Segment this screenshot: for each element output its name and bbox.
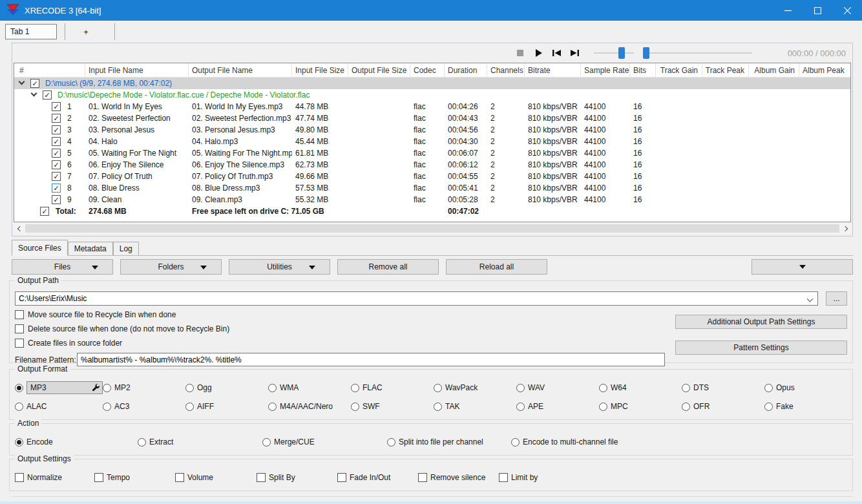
scroll-right-icon[interactable] (840, 223, 851, 234)
previous-track-icon[interactable] (550, 48, 563, 58)
stop-icon[interactable] (514, 48, 527, 58)
table-row[interactable]: 5 05. Waiting For The Night 05. Waiting … (14, 147, 850, 159)
checkbox[interactable] (499, 473, 508, 482)
setting-checkbox-option[interactable]: Split By (257, 471, 337, 484)
checkbox[interactable] (15, 310, 24, 319)
radio-icon[interactable] (599, 403, 607, 411)
radio-icon[interactable] (268, 384, 277, 392)
radio-icon[interactable] (15, 403, 23, 411)
checkbox[interactable] (94, 473, 103, 482)
seek-slider-track[interactable] (643, 52, 752, 54)
additional-output-path-settings-button[interactable]: Additional Output Path Settings (675, 315, 847, 329)
radio-icon[interactable] (351, 384, 359, 392)
radio-icon[interactable] (15, 384, 23, 392)
collapse-chevron-icon[interactable] (31, 90, 37, 97)
radio-icon[interactable] (138, 438, 146, 446)
table-row[interactable]: 3 03. Personal Jesus 03. Personal Jesus.… (14, 124, 850, 136)
row-checkbox[interactable] (52, 149, 61, 158)
table-row[interactable]: 7 07. Policy Of Truth 07. Policy Of Trut… (14, 171, 850, 182)
files-dropdown-button[interactable]: Files (12, 259, 113, 275)
table-row[interactable]: 2 02. Sweetest Perfection 02. Sweetest P… (14, 112, 850, 124)
format-radio-option[interactable]: MP2 (103, 381, 185, 394)
row-checkbox[interactable] (52, 160, 61, 169)
format-radio-option[interactable]: W64 (599, 381, 682, 394)
radio-icon[interactable] (764, 384, 773, 392)
more-options-dropdown-button[interactable] (752, 259, 853, 275)
add-tab-button[interactable]: + (73, 27, 99, 37)
utilities-dropdown-button[interactable]: Utilities (229, 259, 330, 275)
table-row[interactable]: 8 08. Blue Dress 08. Blue Dress.mp3 57.5… (14, 182, 850, 194)
play-icon[interactable] (532, 48, 545, 58)
radio-icon[interactable] (103, 384, 111, 392)
row-checkbox[interactable] (52, 172, 61, 181)
format-radio-option[interactable]: MP3 (15, 381, 103, 394)
radio-icon[interactable] (682, 384, 690, 392)
radio-icon[interactable] (185, 403, 194, 411)
action-radio-option[interactable]: Split into file per channel (387, 436, 511, 448)
radio-icon[interactable] (185, 384, 194, 392)
table-row[interactable]: 1 01. World In My Eyes 01. World In My E… (14, 101, 850, 112)
format-radio-option[interactable]: ALAC (15, 400, 103, 413)
checkbox[interactable] (175, 473, 184, 482)
row-checkbox[interactable] (52, 102, 61, 111)
action-radio-option[interactable]: Extract (138, 436, 262, 448)
filename-pattern-input[interactable] (77, 353, 665, 366)
col-album-peak[interactable]: Album Peak (799, 63, 851, 77)
wrench-icon[interactable] (92, 384, 100, 392)
format-radio-option[interactable]: Fake (764, 400, 847, 413)
radio-icon[interactable] (434, 403, 442, 411)
action-radio-option[interactable]: Merge/CUE (262, 436, 387, 448)
row-checkbox[interactable] (52, 114, 61, 123)
checkbox[interactable] (15, 324, 24, 333)
collapse-chevron-icon[interactable] (19, 79, 25, 85)
col-track-gain[interactable]: Track Gain (656, 63, 702, 77)
volume-slider-track[interactable] (594, 52, 634, 54)
radio-icon[interactable] (682, 403, 690, 411)
radio-icon[interactable] (387, 438, 395, 446)
group-row-folder[interactable]: D:\music\ (9/9, 274.68 MB, 00:47:02) (14, 78, 850, 89)
col-album-gain[interactable]: Album Gain (749, 63, 799, 77)
scroll-left-icon[interactable] (14, 223, 25, 234)
tab-log[interactable]: Log (113, 242, 139, 255)
maximize-icon[interactable] (803, 0, 832, 21)
format-radio-option[interactable]: AC3 (103, 400, 185, 413)
table-row[interactable]: 9 09. Clean 09. Clean.mp3 55.32 MB flac … (14, 194, 850, 205)
setting-checkbox-option[interactable]: Remove silence (418, 471, 499, 484)
format-radio-option[interactable]: AIFF (185, 400, 268, 413)
radio-icon[interactable] (262, 438, 271, 446)
tab-metadata[interactable]: Metadata (68, 242, 113, 255)
format-radio-option[interactable]: FLAC (351, 381, 434, 394)
format-radio-option[interactable]: DTS (682, 381, 764, 394)
output-path-input[interactable] (16, 292, 817, 305)
col-input-file-name[interactable]: Input File Name (85, 63, 189, 77)
table-row[interactable]: 6 06. Enjoy The Silence 06. Enjoy The Si… (14, 159, 850, 171)
remove-all-button[interactable]: Remove all (337, 259, 439, 275)
radio-icon[interactable] (516, 384, 525, 392)
group-row-cue[interactable]: D:\music\Depeche Mode - Violator.flac.cu… (14, 89, 850, 101)
col-sample-rate[interactable]: Sample Rate (581, 63, 630, 77)
radio-icon[interactable] (15, 438, 23, 446)
scrollbar-thumb[interactable] (25, 224, 839, 233)
action-radio-option[interactable]: Encode to multi-channel file (511, 436, 847, 448)
col-output-file-size[interactable]: Output File Size (348, 63, 410, 77)
checkbox[interactable] (337, 473, 346, 482)
setting-checkbox-option[interactable]: Volume (175, 471, 257, 484)
pattern-settings-button[interactable]: Pattern Settings (675, 341, 847, 355)
next-track-icon[interactable] (568, 48, 581, 58)
radio-icon[interactable] (516, 403, 525, 411)
seek-slider-thumb[interactable] (643, 47, 649, 59)
checkbox[interactable] (15, 339, 24, 348)
checkbox[interactable] (418, 473, 427, 482)
col-number[interactable]: # (14, 63, 85, 77)
horizontal-scrollbar[interactable] (14, 223, 851, 234)
checkbox[interactable] (15, 473, 24, 482)
row-checkbox[interactable] (52, 195, 61, 204)
volume-slider[interactable] (594, 47, 634, 59)
col-output-file-name[interactable]: Output File Name (189, 63, 292, 77)
format-radio-option[interactable]: WAV (516, 381, 599, 394)
minimize-icon[interactable] (773, 0, 803, 21)
format-radio-option[interactable]: Opus (764, 381, 847, 394)
setting-checkbox-option[interactable]: Tempo (94, 471, 175, 484)
tab-source-files[interactable]: Source Files (12, 240, 68, 256)
format-radio-option[interactable]: SWF (351, 400, 434, 413)
